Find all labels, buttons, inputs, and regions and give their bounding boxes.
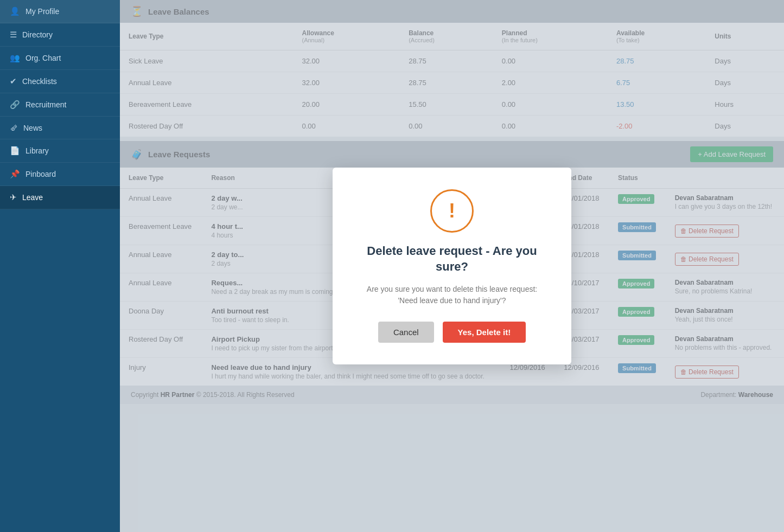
sidebar-label-my-profile: My Profile — [26, 7, 59, 16]
sidebar-item-library[interactable]: 📄 Library — [0, 139, 120, 163]
news-icon: 🗞 — [10, 123, 18, 132]
modal-body: Are you sure you want to delete this lea… — [360, 284, 544, 306]
recruitment-icon: 🔗 — [10, 100, 20, 110]
checklists-icon: ✔ — [10, 76, 17, 86]
sidebar-item-news[interactable]: 🗞 News — [0, 117, 120, 139]
sidebar-label-directory: Directory — [22, 30, 53, 39]
modal-title: Delete leave request - Are you sure? — [360, 243, 544, 274]
warning-icon: ! — [430, 189, 474, 233]
sidebar-label-pinboard: Pinboard — [26, 170, 56, 178]
sidebar-item-recruitment[interactable]: 🔗 Recruitment — [0, 93, 120, 117]
sidebar-item-checklists[interactable]: ✔ Checklists — [0, 70, 120, 93]
modal-overlay: ! Delete leave request - Are you sure? A… — [120, 0, 784, 532]
sidebar-item-pinboard[interactable]: 📌 Pinboard — [0, 163, 120, 186]
sidebar-label-library: Library — [26, 146, 49, 155]
sidebar-label-leave: Leave — [22, 193, 43, 202]
sidebar-label-news: News — [23, 124, 42, 132]
sidebar: 👤 My Profile☰ Directory👥 Org. Chart✔ Che… — [0, 0, 120, 532]
library-icon: 📄 — [10, 146, 20, 156]
delete-confirm-modal: ! Delete leave request - Are you sure? A… — [333, 168, 571, 364]
leave-icon: ✈ — [10, 193, 17, 202]
sidebar-label-checklists: Checklists — [22, 77, 57, 86]
sidebar-item-directory[interactable]: ☰ Directory — [0, 23, 120, 47]
confirm-delete-button[interactable]: Yes, Delete it! — [443, 322, 526, 343]
sidebar-item-org-chart[interactable]: 👥 Org. Chart — [0, 47, 120, 70]
cancel-button[interactable]: Cancel — [378, 322, 434, 343]
sidebar-label-org-chart: Org. Chart — [26, 54, 61, 62]
sidebar-item-leave[interactable]: ✈ Leave — [0, 186, 120, 209]
directory-icon: ☰ — [10, 30, 17, 40]
my-profile-icon: 👤 — [10, 7, 20, 16]
modal-buttons: Cancel Yes, Delete it! — [360, 322, 544, 343]
sidebar-item-my-profile[interactable]: 👤 My Profile — [0, 0, 120, 23]
org-chart-icon: 👥 — [10, 53, 20, 63]
main-content: ⏳ Leave Balances Leave Type Allowance(An… — [120, 0, 784, 532]
sidebar-label-recruitment: Recruitment — [26, 100, 66, 109]
pinboard-icon: 📌 — [10, 169, 20, 179]
